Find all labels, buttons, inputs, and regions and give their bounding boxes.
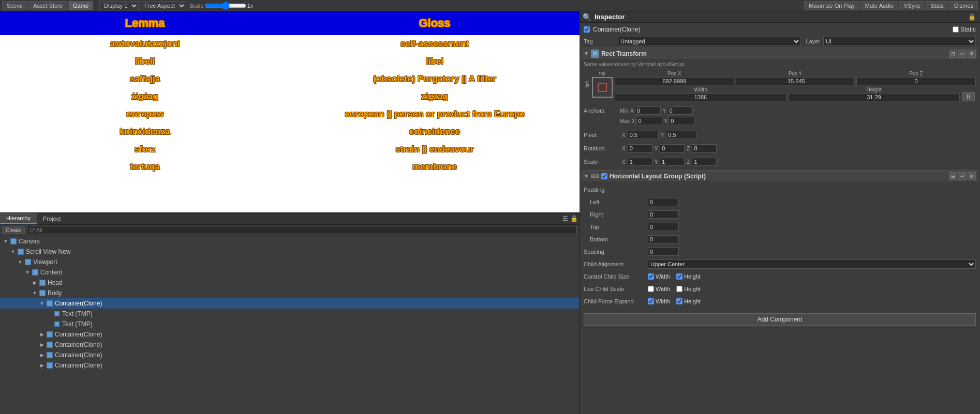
hierarchy-lock-btn[interactable]: 🔒	[569, 215, 579, 222]
control-width-label: Width	[656, 273, 670, 280]
gizmos-btn[interactable]: Gizmos	[949, 1, 978, 10]
padding-header-row: Padding	[584, 184, 976, 195]
static-checkbox[interactable]: Static	[953, 26, 976, 33]
rotation-z-input[interactable]	[692, 144, 717, 152]
child-alignment-dropdown[interactable]: Upper Center	[648, 259, 976, 269]
use-child-scale-height-input[interactable]	[676, 286, 682, 292]
hierarchy-item-container-clone-1[interactable]: ▼ Container(Clone)	[0, 298, 579, 309]
use-child-scale-width-check[interactable]: Width	[648, 286, 670, 292]
hlg-menu-btn[interactable]: ⚙	[968, 172, 976, 180]
tag-dropdown[interactable]: Untagged	[618, 37, 801, 46]
scale-slider[interactable]	[205, 2, 246, 10]
maximize-play-btn[interactable]: Maximize On Play	[804, 1, 859, 10]
hierarchy-item-content[interactable]: ▼ Content	[0, 267, 579, 278]
padding-left-row: Left	[584, 196, 976, 208]
top-padding-input[interactable]	[648, 223, 679, 231]
enable-checkbox-input[interactable]	[584, 26, 590, 33]
inspector-lock-btn[interactable]: 🔒	[967, 13, 977, 21]
rotation-y-input[interactable]	[660, 144, 685, 152]
pivot-x-input[interactable]	[628, 131, 659, 139]
paste-values-btn[interactable]: ↩	[958, 50, 967, 58]
spacing-label: Spacing	[584, 249, 646, 255]
anchor-min-y-input[interactable]	[667, 106, 693, 115]
cube-icon	[9, 238, 18, 245]
left-panel: Lemma Gloss awtovalutazzjoni self-assess…	[0, 11, 580, 414]
section-collapse-arrow: ▼	[584, 51, 589, 56]
component-enable-checkbox[interactable]	[584, 26, 590, 33]
bottom-padding-input[interactable]	[648, 235, 679, 243]
control-height-input[interactable]	[676, 273, 682, 280]
control-width-input[interactable]	[648, 273, 654, 280]
item-label: Scroll View New	[26, 248, 70, 255]
anchor-max-y-input[interactable]	[669, 117, 694, 125]
hlg-copy-btn[interactable]: ⊟	[949, 172, 957, 180]
rect-transform-section-header[interactable]: ▼ ⊞ Rect Transform ⊟ ↩ ⚙	[582, 48, 978, 59]
mute-audio-btn[interactable]: Mute Audio	[860, 1, 898, 10]
height-input[interactable]	[788, 93, 960, 101]
project-tab[interactable]: Project	[37, 213, 67, 224]
hierarchy-menu-btn[interactable]: ☰	[561, 215, 569, 222]
pivot-y-input[interactable]	[666, 131, 697, 139]
width-input[interactable]	[615, 93, 786, 101]
hlg-section-header[interactable]: ▼ ⊞⊞ Horizontal Layout Group (Script) ⊟ …	[582, 170, 978, 181]
scale-x-input[interactable]	[628, 158, 652, 166]
hierarchy-item-body[interactable]: ▼ Body	[0, 288, 579, 298]
hierarchy-item-viewport[interactable]: ▼ Viewport	[0, 257, 579, 267]
pos-y-input[interactable]	[736, 77, 855, 85]
anchor-max-x-input[interactable]	[636, 117, 662, 125]
hlg-enable-input[interactable]	[601, 173, 607, 179]
right-padding-input[interactable]	[648, 210, 679, 219]
inspector-body: Container(Clone) Static Tag Untagged Lay…	[580, 23, 980, 414]
hierarchy-item-container-clone-4[interactable]: ▶ Container(Clone)	[0, 350, 579, 360]
hierarchy-item-text-tmp-2[interactable]: ▶ Text (TMP)	[0, 319, 579, 329]
arrow-icon: ▼	[38, 301, 46, 306]
stats-btn[interactable]: Stats	[926, 1, 948, 10]
hierarchy-item-text-tmp-1[interactable]: ▶ Text (TMP)	[0, 309, 579, 319]
hlg-enable-checkbox[interactable]	[601, 173, 607, 179]
hierarchy-tab[interactable]: Hierarchy	[0, 213, 37, 224]
arrow-icon: ▼	[2, 239, 9, 244]
add-component-button[interactable]: Add Component	[584, 313, 976, 326]
game-tab[interactable]: Game	[68, 1, 93, 10]
hierarchy-item-container-clone-3[interactable]: ▶ Container(Clone)	[0, 340, 579, 350]
asset-store-tab[interactable]: Asset Store	[28, 1, 67, 10]
spacing-input[interactable]	[648, 248, 679, 256]
anchor-min-x-input[interactable]	[635, 106, 661, 115]
force-expand-width-input[interactable]	[648, 298, 654, 304]
force-expand-height-input[interactable]	[676, 298, 682, 304]
create-button[interactable]: Create	[2, 226, 25, 234]
cube-icon	[38, 289, 47, 297]
lemma-cell: koinċidenza	[0, 127, 290, 137]
copy-values-btn[interactable]: ⊟	[949, 50, 957, 58]
scale-y-input[interactable]	[660, 158, 685, 166]
left-padding-input[interactable]	[648, 198, 679, 206]
rotation-x-input[interactable]	[628, 144, 652, 152]
scale-z-input[interactable]	[692, 158, 717, 166]
use-child-scale-height-check[interactable]: Height	[676, 286, 701, 292]
hierarchy-search[interactable]	[27, 226, 577, 234]
display-dropdown[interactable]: Display 1	[99, 1, 139, 10]
hierarchy-item-container-clone-5[interactable]: ▶ Container(Clone)	[0, 360, 579, 371]
r-button[interactable]: R	[962, 92, 975, 101]
vsync-btn[interactable]: VSync	[899, 1, 925, 10]
control-height-check[interactable]: Height	[676, 273, 701, 280]
cube-icon	[31, 269, 39, 276]
use-child-scale-width-input[interactable]	[648, 286, 654, 292]
pos-x-input[interactable]	[615, 77, 734, 85]
item-label: Container(Clone)	[55, 341, 102, 348]
hierarchy-item-container-clone-2[interactable]: ▶ Container(Clone)	[0, 329, 579, 340]
rect-menu-btn[interactable]: ⚙	[968, 50, 976, 58]
force-expand-width-check[interactable]: Width	[648, 298, 670, 304]
scene-tab[interactable]: Scene	[2, 1, 27, 10]
pos-z-input[interactable]	[856, 77, 976, 85]
hierarchy-item-head[interactable]: ▶ Head	[0, 278, 579, 288]
control-width-check[interactable]: Width	[648, 273, 670, 280]
hierarchy-item-canvas[interactable]: ▼ Canvas	[0, 236, 579, 247]
top-indicator-text: top	[592, 71, 613, 76]
force-expand-height-check[interactable]: Height	[676, 298, 701, 304]
hlg-paste-btn[interactable]: ↩	[958, 172, 967, 180]
static-checkbox-input[interactable]	[953, 26, 959, 33]
aspect-dropdown[interactable]: Free Aspect	[140, 1, 186, 10]
layer-dropdown[interactable]: UI	[823, 37, 976, 46]
hierarchy-item-scroll-view[interactable]: ▼ Scroll View New	[0, 247, 579, 257]
